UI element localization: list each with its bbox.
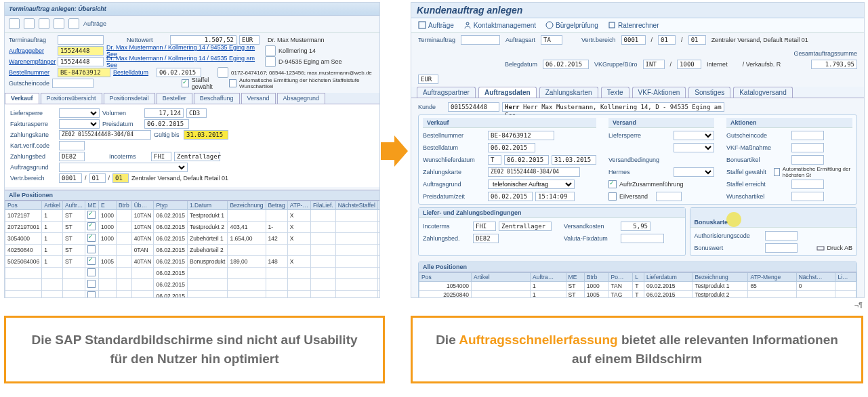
vb2[interactable]: 01 bbox=[89, 173, 106, 183]
preiszeit-input[interactable]: 15:14:09 bbox=[535, 192, 575, 201]
label-auftraggeber[interactable]: Auftraggeber bbox=[9, 47, 55, 54]
nav-auftraege[interactable]: Aufträge bbox=[418, 21, 454, 29]
table-row[interactable]: 30540001ST100040TAN06.02.2015Zubehörteil… bbox=[5, 233, 381, 245]
auftragsart-input[interactable]: TA bbox=[541, 35, 562, 45]
preisdatum-input[interactable]: 06.02.2015 bbox=[144, 119, 189, 129]
liefersperre-select[interactable] bbox=[59, 108, 100, 118]
zahlungskarte-input[interactable]: ZE02 0155244448-304/04 bbox=[59, 130, 151, 140]
tab-besteller[interactable]: Besteller bbox=[157, 93, 192, 104]
tab-auftragspartner[interactable]: Auftragspartner bbox=[417, 87, 476, 98]
aufzus-checkbox[interactable] bbox=[608, 180, 617, 188]
toolbar-icon[interactable] bbox=[39, 18, 49, 29]
incoterms-input[interactable]: FHI bbox=[151, 152, 171, 161]
vb1[interactable]: 0001 bbox=[621, 35, 646, 45]
staffele-input[interactable] bbox=[791, 180, 824, 189]
vb2[interactable]: 01 bbox=[658, 35, 676, 45]
positions-grid[interactable]: PosArtikelAuftr…MEEBtrbÜb…Ptyp1.DatumBez… bbox=[5, 201, 380, 298]
warenempf-input[interactable]: 15524448 bbox=[58, 57, 104, 66]
auth-input[interactable] bbox=[765, 231, 798, 241]
preisdat-input[interactable]: 06.02.2015 bbox=[488, 192, 533, 201]
agrund-select[interactable]: telefonischer Auftrag bbox=[488, 180, 575, 189]
vkfm-input[interactable] bbox=[791, 143, 824, 152]
belegdatum-input[interactable]: 06.02.2015 bbox=[543, 60, 589, 69]
bestellnr-input[interactable]: BE-84763912 bbox=[488, 131, 554, 140]
fakturasperre-select[interactable] bbox=[59, 119, 100, 129]
vb3[interactable]: 01 bbox=[688, 35, 706, 45]
gutschein-input[interactable] bbox=[52, 79, 94, 88]
toolbar-icon[interactable] bbox=[9, 18, 20, 29]
tab-vkf-aktionen[interactable]: VKF-Aktionen bbox=[632, 87, 686, 98]
toolbar-icon[interactable] bbox=[68, 18, 79, 29]
vkgruppe-input[interactable]: INT bbox=[643, 60, 665, 69]
liefersperre2-select[interactable] bbox=[674, 143, 714, 152]
bonusart-input[interactable] bbox=[791, 155, 824, 165]
terminauftrag-input[interactable] bbox=[461, 35, 500, 45]
tab-texte[interactable]: Texte bbox=[601, 87, 629, 98]
tab-posdetail[interactable]: Positionsdetail bbox=[104, 93, 155, 104]
tab-verkauf[interactable]: Verkauf bbox=[5, 93, 39, 104]
toolbar-orders[interactable]: Aufträge bbox=[83, 20, 106, 27]
incoterms-text[interactable]: Zentrallager bbox=[499, 222, 552, 231]
nav-buergel[interactable]: Bürgelprüfung bbox=[545, 21, 598, 29]
vb3[interactable]: 01 bbox=[112, 173, 129, 183]
table-row[interactable]: 10721971ST100010TAN06.02.2015Testprodukt… bbox=[5, 210, 381, 222]
nav-raten[interactable]: Ratenrechner bbox=[608, 21, 659, 29]
table-row[interactable]: 06.02.2015 bbox=[5, 268, 381, 279]
kunde-nr[interactable]: 0015524448 bbox=[448, 102, 499, 112]
zbed-input[interactable]: DE82 bbox=[473, 234, 499, 243]
tab-posuebersicht[interactable]: Positionsübersicht bbox=[41, 93, 102, 104]
label-warenempf[interactable]: Warenempfänger bbox=[9, 58, 55, 65]
table-row[interactable]: 402508401ST0TAN06.02.2015Zubehörteil 2ZK… bbox=[5, 245, 381, 256]
druck-ab-button[interactable]: Druck AB bbox=[817, 244, 852, 252]
gueltig-input[interactable]: 31.03.2015 bbox=[184, 130, 228, 140]
label-bestelldatum[interactable]: Bestelldatum bbox=[113, 69, 154, 76]
valuta-input[interactable] bbox=[621, 234, 664, 243]
eilversand-input[interactable] bbox=[656, 192, 682, 201]
tab-katalog[interactable]: Katalogversand bbox=[733, 87, 793, 98]
auftraggeber-input[interactable]: 15524448 bbox=[58, 46, 104, 56]
staffelg-checkbox[interactable] bbox=[774, 168, 780, 176]
eilversand-checkbox[interactable] bbox=[608, 192, 617, 201]
vb1[interactable]: 0001 bbox=[59, 173, 82, 183]
tab-beschaffung[interactable]: Beschaffung bbox=[194, 93, 240, 104]
toolbar-icon[interactable] bbox=[54, 18, 64, 29]
zahlungsbed-input[interactable]: DE82 bbox=[59, 152, 85, 161]
staffel-checkbox[interactable] bbox=[182, 79, 189, 87]
table-row[interactable]: 50250840061ST100540TAN06.02.2015Bonuspro… bbox=[5, 256, 381, 268]
tab-sonstiges[interactable]: Sonstiges bbox=[688, 87, 730, 98]
positions-grid[interactable]: PosArtikelAuftra…MEBtrbPo…LLieferdatumBe… bbox=[419, 272, 856, 298]
vkgruppe-buro[interactable]: 1000 bbox=[677, 60, 701, 69]
warenempf-link[interactable]: Dr. Max Mustermann / Kollmering 14 / 945… bbox=[106, 55, 262, 68]
toolbar-icon[interactable] bbox=[24, 18, 35, 29]
tab-auftragsdaten[interactable]: Auftragsdaten bbox=[478, 87, 537, 98]
kartverif-input[interactable] bbox=[59, 141, 85, 150]
label-bestellnr[interactable]: Bestellnummer bbox=[9, 69, 55, 76]
autostaffel-checkbox[interactable] bbox=[229, 79, 236, 87]
table-row[interactable]: 20721970011ST100010TAN06.02.2015Testprod… bbox=[5, 222, 381, 233]
hermes-select[interactable] bbox=[674, 167, 714, 177]
tab-zahlungskarten[interactable]: Zahlungskarten bbox=[539, 87, 598, 98]
wunsch-type[interactable]: T bbox=[488, 155, 501, 165]
versandk-input[interactable]: 5,95 bbox=[621, 222, 650, 231]
nav-kontakt[interactable]: Kontaktmanagement bbox=[463, 21, 536, 29]
wunschart-input[interactable] bbox=[791, 192, 824, 201]
incoterms-text[interactable]: Zentrallager bbox=[174, 152, 220, 161]
table-row[interactable]: 06.02.2015 bbox=[5, 291, 381, 299]
zkarte-input[interactable]: ZE02 015524448-304/04 bbox=[488, 167, 580, 177]
liefersperre-select[interactable] bbox=[674, 131, 714, 140]
table-row[interactable]: 06.02.2015 bbox=[5, 279, 381, 291]
bestellnr-input[interactable]: BE-84763912 bbox=[58, 68, 110, 77]
wunsch-to[interactable]: 31.03.2015 bbox=[552, 155, 596, 165]
wunsch-from[interactable]: 06.02.2015 bbox=[504, 155, 549, 165]
tab-versand[interactable]: Versand bbox=[241, 93, 276, 104]
terminauftrag-input[interactable] bbox=[58, 35, 104, 45]
incoterms-input[interactable]: FHI bbox=[473, 222, 496, 231]
bestelldat-input[interactable]: 06.02.2015 bbox=[488, 143, 535, 152]
bestelldatum-input[interactable]: 06.02.2015 bbox=[157, 68, 201, 77]
table-row[interactable]: 10540001ST1000TANT09.02.2015Testprodukt … bbox=[419, 282, 856, 291]
table-row[interactable]: 202508401ST1005TAGT06.02.2015Testprodukt… bbox=[419, 291, 856, 299]
tab-absagegrund[interactable]: Absagegrund bbox=[277, 93, 326, 104]
auftragsgrund-select[interactable] bbox=[59, 163, 188, 172]
gutschein-input[interactable] bbox=[791, 131, 824, 140]
bonuswert-input[interactable] bbox=[765, 243, 798, 253]
